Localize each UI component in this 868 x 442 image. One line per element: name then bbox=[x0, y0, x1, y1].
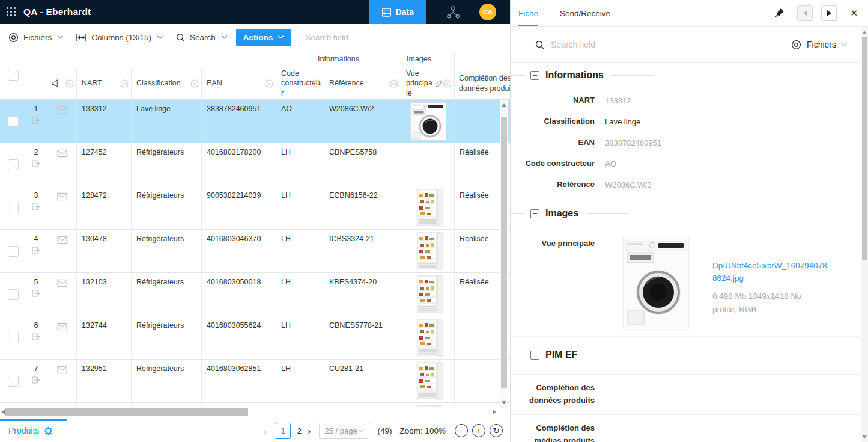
column-header-code-constructeur[interactable]: Code constructeur bbox=[276, 67, 324, 100]
prev-page-button[interactable]: ‹ bbox=[263, 426, 266, 436]
panel-scrollbar[interactable] bbox=[861, 28, 868, 442]
refresh-button[interactable]: ↻ bbox=[490, 424, 503, 437]
cell-classification: Lave linge bbox=[132, 100, 202, 143]
filter-icon[interactable] bbox=[313, 79, 321, 88]
pin-icon bbox=[774, 8, 784, 19]
page-size-select[interactable]: 25 / page bbox=[319, 423, 369, 439]
column-header-reference[interactable]: Référence bbox=[324, 67, 401, 100]
tab-send-receive[interactable]: Send/Receive bbox=[560, 0, 610, 26]
envelope-icon[interactable] bbox=[57, 236, 67, 244]
column-header-completion[interactable]: Complétion des données produi bbox=[455, 67, 510, 100]
column-header-classification[interactable]: Classification bbox=[132, 67, 202, 100]
vue-principale-image[interactable] bbox=[622, 237, 690, 330]
cell-vue-principale bbox=[401, 143, 455, 186]
scroll-left-arrow[interactable] bbox=[1, 410, 5, 414]
column-header-notifications[interactable] bbox=[46, 67, 77, 100]
next-page-button[interactable]: › bbox=[308, 426, 311, 436]
envelope-icon[interactable] bbox=[57, 366, 67, 374]
actions-button[interactable]: Actions bbox=[236, 29, 292, 46]
pin-button[interactable] bbox=[774, 8, 784, 19]
expand-row-icon[interactable] bbox=[32, 376, 40, 384]
row-checkbox[interactable] bbox=[8, 246, 19, 257]
expand-row-icon[interactable] bbox=[32, 159, 40, 168]
table-row[interactable]: 4 130478 Réfrigérateurs 4016803046370 LH… bbox=[0, 230, 510, 273]
product-thumbnail[interactable] bbox=[410, 232, 446, 271]
envelope-icon[interactable] bbox=[57, 149, 67, 158]
filter-icon[interactable] bbox=[120, 79, 129, 88]
zoom-out-button[interactable]: − bbox=[455, 424, 468, 437]
column-header-ean[interactable]: EAN bbox=[202, 67, 276, 100]
envelope-icon[interactable] bbox=[57, 322, 67, 331]
triangle-left-icon bbox=[803, 10, 807, 16]
column-header-vue-principale[interactable]: Vue principale bbox=[401, 67, 455, 100]
expand-row-icon[interactable] bbox=[32, 203, 40, 211]
page-2-button[interactable]: 2 bbox=[292, 426, 306, 435]
app-grid-icon[interactable] bbox=[7, 7, 17, 17]
table-row[interactable]: 2 127452 Réfrigérateurs 4016803178200 LH… bbox=[0, 143, 510, 186]
collapse-icon[interactable] bbox=[530, 351, 539, 360]
expand-row-icon[interactable] bbox=[32, 333, 40, 341]
row-checkbox[interactable] bbox=[8, 116, 19, 127]
envelope-icon[interactable] bbox=[57, 279, 67, 287]
product-thumbnail[interactable] bbox=[410, 275, 446, 314]
scroll-down-arrow[interactable] bbox=[502, 401, 506, 404]
row-checkbox[interactable] bbox=[8, 159, 19, 170]
filter-icon[interactable] bbox=[443, 79, 452, 88]
expand-row-icon[interactable] bbox=[32, 246, 40, 254]
row-checkbox[interactable] bbox=[8, 376, 19, 387]
table-row[interactable]: 1 133312 Lave linge 3838782460951 AO W20… bbox=[0, 100, 510, 143]
envelope-icon[interactable] bbox=[57, 106, 67, 114]
row-checkbox[interactable] bbox=[8, 333, 19, 343]
media-filename-link[interactable]: DpIUNbt4ce5ixbrW_1607940788624.jpg bbox=[712, 259, 829, 284]
table-horizontal-scrollbar[interactable] bbox=[0, 407, 510, 419]
filter-icon[interactable] bbox=[65, 79, 74, 88]
data-nav-button[interactable]: Data bbox=[369, 0, 426, 24]
search-field-input[interactable]: Search field bbox=[305, 33, 348, 42]
next-record-button[interactable] bbox=[821, 5, 837, 21]
product-thumbnail[interactable] bbox=[410, 362, 446, 401]
product-thumbnail[interactable] bbox=[410, 319, 446, 357]
close-panel-button[interactable]: ✕ bbox=[850, 8, 858, 19]
table-row[interactable]: 3 128472 Réfrigérateurs 9005382214039 LH… bbox=[0, 186, 510, 230]
panel-fichiers-dropdown[interactable]: Fichiers bbox=[791, 39, 848, 51]
fichiers-dropdown[interactable]: Fichiers bbox=[8, 32, 64, 43]
table-row[interactable]: 7 132951 Réfrigérateurs 4016803062851 LH… bbox=[0, 360, 510, 403]
user-avatar[interactable]: CA bbox=[479, 4, 496, 20]
columns-dropdown[interactable]: Columns (13/15) bbox=[76, 33, 163, 42]
table-row[interactable]: 6 132744 Réfrigérateurs 4016803055624 LH… bbox=[0, 316, 510, 360]
select-all-checkbox[interactable] bbox=[8, 70, 19, 81]
row-checkbox[interactable] bbox=[8, 289, 19, 300]
row-checkbox[interactable] bbox=[8, 203, 19, 213]
zoom-in-button[interactable]: + bbox=[472, 424, 485, 437]
envelope-icon[interactable] bbox=[57, 192, 67, 201]
scrollbar-thumb[interactable] bbox=[501, 117, 507, 388]
collapse-icon[interactable] bbox=[530, 209, 539, 218]
page-1-button[interactable]: 1 bbox=[275, 423, 291, 439]
hierarchy-nav-button[interactable] bbox=[426, 5, 479, 20]
table-row[interactable]: 5 132103 Réfrigérateurs 4016803050018 LH… bbox=[0, 273, 510, 316]
produits-view-tab[interactable]: Produits bbox=[8, 426, 53, 435]
prev-record-button[interactable] bbox=[797, 5, 813, 21]
filter-icon[interactable] bbox=[390, 79, 398, 88]
filter-icon[interactable] bbox=[190, 79, 199, 88]
cell-nart: 132951 bbox=[77, 360, 132, 403]
scroll-up-arrow[interactable] bbox=[862, 31, 867, 34]
scrollbar-thumb[interactable] bbox=[5, 408, 248, 416]
product-thumbnail[interactable] bbox=[410, 189, 446, 227]
filter-icon[interactable] bbox=[265, 79, 273, 88]
search-dropdown[interactable]: Search bbox=[175, 32, 228, 43]
scroll-down-arrow[interactable] bbox=[862, 435, 867, 439]
expand-row-icon[interactable] bbox=[32, 289, 40, 298]
field-row: Code constructeur AO bbox=[511, 153, 868, 174]
collapse-icon[interactable] bbox=[530, 71, 539, 80]
table-vertical-scrollbar[interactable] bbox=[500, 100, 508, 407]
column-header-nart[interactable]: NART bbox=[77, 67, 132, 100]
product-thumbnail[interactable] bbox=[410, 102, 446, 141]
scroll-up-arrow[interactable] bbox=[502, 103, 506, 107]
panel-search-input[interactable]: Search field bbox=[551, 40, 595, 49]
expand-row-icon[interactable] bbox=[32, 116, 40, 124]
scroll-right-arrow[interactable] bbox=[493, 410, 496, 414]
gear-icon[interactable] bbox=[44, 426, 53, 435]
scrollbar-thumb[interactable] bbox=[862, 37, 867, 260]
tab-fiche[interactable]: Fiche bbox=[518, 0, 538, 26]
